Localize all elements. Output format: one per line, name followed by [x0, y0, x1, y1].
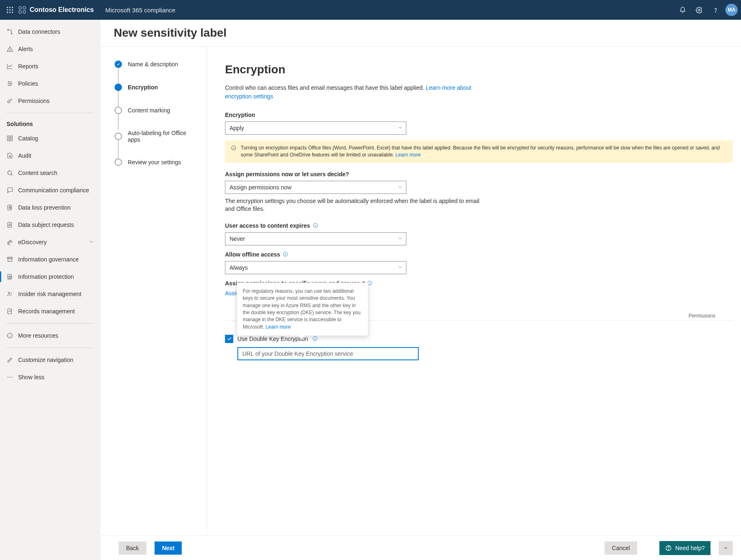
nav-data-connectors[interactable]: Data connectors: [0, 23, 101, 40]
lock-page-icon: [7, 273, 13, 280]
svg-point-4: [9, 9, 11, 11]
nav-communication-compliance[interactable]: Communication compliance: [0, 182, 101, 199]
dke-checkbox-label: Use Double Key Encryption: [237, 336, 308, 342]
next-button[interactable]: Next: [155, 541, 182, 555]
warning-learn-more-link[interactable]: Learn more: [396, 152, 421, 158]
svg-point-49: [668, 549, 669, 549]
nav-permissions[interactable]: Permissions: [0, 92, 101, 110]
nav-dlp[interactable]: Data loss prevention: [0, 199, 101, 216]
nav-alerts[interactable]: Alerts: [0, 40, 101, 58]
assign-permissions-helper: The encryption settings you choose will …: [225, 197, 481, 213]
step-label: Content marking: [128, 107, 170, 114]
encryption-select[interactable]: Apply: [225, 121, 406, 135]
info-icon: [231, 145, 237, 159]
nav-reports[interactable]: Reports: [0, 58, 101, 75]
chevron-down-icon: [723, 545, 729, 551]
app-launcher-icon[interactable]: [3, 3, 16, 16]
need-help-collapse[interactable]: [719, 541, 733, 555]
dke-checkbox[interactable]: [225, 335, 233, 343]
svg-point-17: [10, 51, 10, 51]
nav-policies[interactable]: Policies: [0, 75, 101, 92]
step-name-description[interactable]: Name & description: [115, 61, 197, 84]
svg-point-27: [8, 171, 12, 175]
svg-point-13: [698, 9, 700, 11]
nav-content-search[interactable]: Content search: [0, 164, 101, 182]
gavel-icon: [7, 239, 13, 245]
section-heading: Encryption: [225, 63, 733, 76]
offline-access-select[interactable]: Always: [225, 261, 406, 274]
nav-catalog[interactable]: Catalog: [0, 130, 101, 147]
info-icon[interactable]: [312, 336, 318, 342]
svg-rect-24: [7, 139, 9, 141]
step-review[interactable]: Review your settings: [115, 159, 197, 182]
info-icon[interactable]: [283, 252, 288, 257]
svg-point-10: [23, 7, 26, 9]
svg-rect-35: [9, 277, 11, 278]
svg-point-2: [12, 7, 13, 8]
assign-permissions-select[interactable]: Assign permissions now: [225, 181, 406, 194]
step-content-marking[interactable]: Content marking: [115, 107, 197, 130]
svg-point-5: [12, 9, 13, 11]
nav-info-governance[interactable]: Information governance: [0, 251, 101, 268]
nav-customize[interactable]: Customize navigation: [0, 351, 101, 369]
section-description: Control who can access files and email m…: [225, 84, 481, 101]
nav-show-less[interactable]: Show less: [0, 369, 101, 386]
chevron-down-icon: [89, 239, 94, 245]
nav-records-mgmt[interactable]: Records management: [0, 303, 101, 320]
step-label: Review your settings: [128, 159, 181, 166]
nav-insider-risk[interactable]: Insider risk management: [0, 285, 101, 303]
nav-audit[interactable]: Audit: [0, 147, 101, 164]
nav-label: Data subject requests: [18, 222, 94, 228]
nav-label: Information governance: [18, 256, 94, 263]
chevron-down-icon: [398, 184, 403, 191]
expires-select[interactable]: Never: [225, 232, 406, 245]
settings-icon[interactable]: [691, 2, 707, 18]
nav-label: Content search: [18, 170, 94, 176]
nav-label: Audit: [18, 152, 94, 159]
svg-rect-28: [8, 205, 12, 210]
tooltip-learn-more-link[interactable]: Learn more: [265, 324, 291, 330]
back-button[interactable]: Back: [119, 541, 146, 555]
avatar[interactable]: MA: [725, 4, 738, 16]
need-help-button[interactable]: Need help?: [659, 541, 711, 555]
svg-point-8: [12, 12, 13, 13]
key-icon: [7, 98, 13, 104]
search-icon: [7, 170, 13, 176]
info-icon[interactable]: [312, 223, 318, 229]
svg-point-9: [19, 7, 22, 9]
nav-info-protection[interactable]: Information protection: [0, 268, 101, 285]
chevron-down-icon: [398, 236, 403, 242]
nav-label: Insider risk management: [18, 291, 94, 297]
offline-access-label: Allow offline access: [225, 251, 733, 258]
svg-point-15: [7, 29, 9, 30]
chevron-down-icon: [398, 125, 403, 131]
nav-dsr[interactable]: Data subject requests: [0, 216, 101, 233]
svg-point-40: [7, 377, 8, 378]
svg-point-14: [715, 12, 715, 12]
brand-name: Contoso Electronics: [30, 6, 94, 14]
wizard-footer: Back Next Cancel Need help?: [101, 535, 741, 560]
dke-url-input[interactable]: [237, 347, 419, 360]
nav-label: Policies: [18, 80, 94, 87]
nav-label: Catalog: [18, 135, 94, 142]
svg-rect-29: [9, 207, 11, 208]
archive-icon: [7, 256, 13, 263]
nav-heading-solutions: Solutions: [0, 117, 101, 130]
cancel-button[interactable]: Cancel: [605, 541, 638, 555]
notifications-icon[interactable]: [674, 2, 691, 18]
step-encryption[interactable]: Encryption: [115, 84, 197, 107]
nav-ediscovery[interactable]: eDiscovery: [0, 233, 101, 251]
step-auto-labeling[interactable]: Auto-labeling for Office apps: [115, 130, 197, 159]
nav-more-resources[interactable]: More resources: [0, 327, 101, 344]
svg-point-6: [7, 12, 8, 13]
help-icon[interactable]: [707, 2, 724, 18]
encryption-warning: Turning on encryption impacts Office fil…: [225, 140, 733, 163]
nav-label: More resources: [18, 332, 94, 339]
help-icon: [665, 545, 672, 551]
svg-point-37: [12, 294, 12, 295]
chart-icon: [7, 63, 13, 70]
app-name: Microsoft 365 compliance: [106, 7, 176, 14]
step-label: Encryption: [128, 84, 158, 91]
nav-label: Records management: [18, 308, 94, 315]
select-value: Always: [230, 264, 248, 271]
